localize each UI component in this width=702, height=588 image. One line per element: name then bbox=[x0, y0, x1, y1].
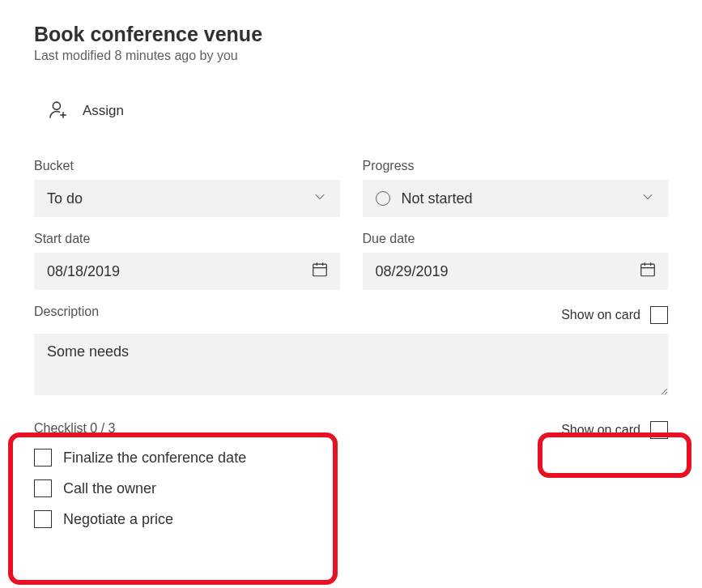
description-label: Description bbox=[34, 305, 99, 319]
start-date-label: Start date bbox=[34, 232, 340, 246]
svg-rect-13 bbox=[641, 264, 655, 276]
progress-dropdown[interactable]: Not started bbox=[363, 180, 669, 217]
checklist-item-label: Negotiate a price bbox=[63, 511, 173, 528]
bucket-dropdown[interactable]: To do bbox=[34, 180, 340, 217]
assign-person-icon bbox=[47, 99, 68, 123]
checklist-item[interactable]: Negotiate a price bbox=[34, 510, 561, 528]
chevron-down-icon bbox=[640, 190, 655, 208]
checklist-show-on-card-label: Show on card bbox=[561, 423, 640, 437]
checklist-item-label: Call the owner bbox=[63, 480, 156, 497]
due-date-field[interactable] bbox=[363, 253, 669, 290]
assign-label: Assign bbox=[83, 103, 124, 119]
chevron-down-icon bbox=[313, 190, 327, 208]
checklist-checkbox[interactable] bbox=[34, 510, 52, 528]
svg-point-0 bbox=[53, 102, 60, 109]
not-started-icon bbox=[376, 191, 390, 206]
assign-button[interactable]: Assign bbox=[34, 96, 668, 126]
desc-show-on-card-checkbox[interactable] bbox=[650, 306, 668, 324]
checklist-checkbox[interactable] bbox=[34, 449, 52, 467]
checklist-title: Checklist 0 / 3 bbox=[34, 421, 561, 436]
calendar-icon[interactable] bbox=[311, 261, 329, 283]
checklist-item-label: Finalize the conference date bbox=[63, 450, 246, 467]
bucket-label: Bucket bbox=[34, 159, 340, 173]
svg-rect-3 bbox=[313, 264, 326, 276]
desc-show-on-card-label: Show on card bbox=[561, 308, 640, 322]
due-date-input[interactable] bbox=[376, 263, 656, 280]
last-modified: Last modified 8 minutes ago by you bbox=[34, 49, 668, 63]
checklist-item[interactable]: Call the owner bbox=[34, 479, 561, 497]
progress-label: Progress bbox=[363, 159, 669, 173]
checklist-checkbox[interactable] bbox=[34, 479, 52, 497]
calendar-icon[interactable] bbox=[639, 261, 657, 283]
description-textarea[interactable] bbox=[34, 334, 668, 395]
start-date-field[interactable] bbox=[34, 253, 340, 290]
checklist-show-on-card-checkbox[interactable] bbox=[650, 421, 668, 439]
due-date-label: Due date bbox=[363, 232, 669, 246]
checklist-item[interactable]: Finalize the conference date bbox=[34, 449, 561, 467]
bucket-value: To do bbox=[47, 190, 83, 207]
progress-value: Not started bbox=[402, 190, 473, 207]
start-date-input[interactable] bbox=[47, 263, 327, 280]
task-title: Book conference venue bbox=[34, 23, 668, 46]
